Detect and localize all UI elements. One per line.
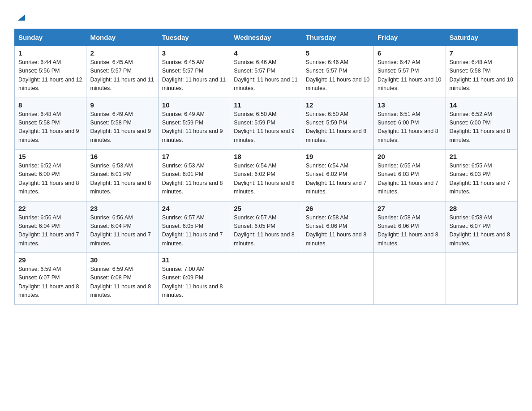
day-info: Sunrise: 6:47 AMSunset: 5:57 PMDaylight:…: [378, 59, 441, 91]
day-info: Sunrise: 6:49 AMSunset: 5:58 PMDaylight:…: [90, 111, 151, 143]
day-info: Sunrise: 6:48 AMSunset: 5:58 PMDaylight:…: [450, 59, 513, 91]
calendar-day-cell: 11 Sunrise: 6:50 AMSunset: 5:59 PMDaylig…: [230, 98, 302, 150]
weekday-header-sunday: Sunday: [15, 29, 86, 46]
calendar-day-cell: 29 Sunrise: 6:59 AMSunset: 6:07 PMDaylig…: [15, 253, 86, 305]
day-info: Sunrise: 6:44 AMSunset: 5:56 PMDaylight:…: [18, 59, 82, 91]
day-info: Sunrise: 6:46 AMSunset: 5:57 PMDaylight:…: [234, 59, 297, 91]
day-number: 6: [378, 49, 442, 57]
page-header: [14, 11, 518, 21]
day-info: Sunrise: 6:54 AMSunset: 6:02 PMDaylight:…: [234, 163, 295, 195]
day-info: Sunrise: 6:56 AMSunset: 6:04 PMDaylight:…: [18, 214, 79, 247]
calendar-day-cell: 7 Sunrise: 6:48 AMSunset: 5:58 PMDayligh…: [446, 46, 517, 98]
day-number: 19: [306, 153, 370, 160]
day-number: 11: [234, 101, 298, 109]
day-info: Sunrise: 6:52 AMSunset: 6:00 PMDaylight:…: [450, 111, 511, 143]
weekday-header-row: SundayMondayTuesdayWednesdayThursdayFrid…: [15, 29, 518, 46]
calendar-day-cell: 2 Sunrise: 6:45 AMSunset: 5:57 PMDayligh…: [86, 46, 158, 98]
calendar-day-cell: 10 Sunrise: 6:49 AMSunset: 5:59 PMDaylig…: [158, 98, 230, 150]
calendar-day-cell: 15 Sunrise: 6:52 AMSunset: 6:00 PMDaylig…: [15, 150, 86, 201]
weekday-header-thursday: Thursday: [302, 29, 373, 46]
day-number: 25: [234, 205, 298, 212]
logo: [14, 11, 28, 21]
day-info: Sunrise: 6:50 AMSunset: 5:59 PMDaylight:…: [306, 111, 367, 143]
weekday-header-monday: Monday: [86, 29, 158, 46]
day-number: 12: [306, 101, 370, 109]
day-info: Sunrise: 6:55 AMSunset: 6:03 PMDaylight:…: [450, 163, 511, 195]
weekday-header-tuesday: Tuesday: [158, 29, 230, 46]
day-number: 14: [450, 101, 514, 109]
day-number: 17: [162, 153, 226, 160]
day-number: 4: [234, 49, 298, 57]
day-number: 20: [378, 153, 442, 160]
day-number: 23: [90, 205, 154, 212]
calendar-day-cell: [446, 253, 517, 305]
calendar-day-cell: 26 Sunrise: 6:58 AMSunset: 6:06 PMDaylig…: [302, 201, 373, 253]
calendar-table: SundayMondayTuesdayWednesdayThursdayFrid…: [14, 29, 518, 305]
day-number: 24: [162, 205, 226, 212]
calendar-day-cell: 19 Sunrise: 6:54 AMSunset: 6:02 PMDaylig…: [302, 150, 373, 201]
calendar-day-cell: 4 Sunrise: 6:46 AMSunset: 5:57 PMDayligh…: [230, 46, 302, 98]
calendar-week-row: 8 Sunrise: 6:48 AMSunset: 5:58 PMDayligh…: [15, 98, 518, 150]
day-number: 8: [18, 101, 82, 109]
calendar-day-cell: 20 Sunrise: 6:55 AMSunset: 6:03 PMDaylig…: [374, 150, 446, 201]
day-number: 7: [450, 49, 514, 57]
weekday-header-friday: Friday: [374, 29, 446, 46]
calendar-day-cell: 13 Sunrise: 6:51 AMSunset: 6:00 PMDaylig…: [374, 98, 446, 150]
day-info: Sunrise: 6:48 AMSunset: 5:58 PMDaylight:…: [18, 111, 79, 143]
calendar-day-cell: 22 Sunrise: 6:56 AMSunset: 6:04 PMDaylig…: [15, 201, 86, 253]
weekday-header-saturday: Saturday: [446, 29, 517, 46]
day-number: 9: [90, 101, 154, 109]
day-info: Sunrise: 6:58 AMSunset: 6:06 PMDaylight:…: [378, 214, 438, 247]
day-info: Sunrise: 7:00 AMSunset: 6:09 PMDaylight:…: [162, 266, 223, 298]
day-info: Sunrise: 6:56 AMSunset: 6:04 PMDaylight:…: [90, 214, 151, 247]
calendar-day-cell: 28 Sunrise: 6:58 AMSunset: 6:07 PMDaylig…: [446, 201, 517, 253]
day-info: Sunrise: 6:54 AMSunset: 6:02 PMDaylight:…: [306, 163, 367, 195]
calendar-week-row: 22 Sunrise: 6:56 AMSunset: 6:04 PMDaylig…: [15, 201, 518, 253]
calendar-day-cell: [374, 253, 446, 305]
calendar-week-row: 1 Sunrise: 6:44 AMSunset: 5:56 PMDayligh…: [15, 46, 518, 98]
calendar-day-cell: 17 Sunrise: 6:53 AMSunset: 6:01 PMDaylig…: [158, 150, 230, 201]
calendar-day-cell: 3 Sunrise: 6:45 AMSunset: 5:57 PMDayligh…: [158, 46, 230, 98]
day-info: Sunrise: 6:53 AMSunset: 6:01 PMDaylight:…: [90, 163, 151, 195]
calendar-day-cell: 18 Sunrise: 6:54 AMSunset: 6:02 PMDaylig…: [230, 150, 302, 201]
weekday-header-wednesday: Wednesday: [230, 29, 302, 46]
day-info: Sunrise: 6:53 AMSunset: 6:01 PMDaylight:…: [162, 163, 223, 195]
calendar-day-cell: 6 Sunrise: 6:47 AMSunset: 5:57 PMDayligh…: [374, 46, 446, 98]
day-number: 28: [450, 205, 514, 212]
day-info: Sunrise: 6:59 AMSunset: 6:07 PMDaylight:…: [18, 266, 79, 298]
day-info: Sunrise: 6:59 AMSunset: 6:08 PMDaylight:…: [90, 266, 151, 298]
day-number: 10: [162, 101, 226, 109]
day-info: Sunrise: 6:50 AMSunset: 5:59 PMDaylight:…: [234, 111, 295, 143]
calendar-day-cell: 14 Sunrise: 6:52 AMSunset: 6:00 PMDaylig…: [446, 98, 517, 150]
day-info: Sunrise: 6:45 AMSunset: 5:57 PMDaylight:…: [162, 59, 226, 91]
calendar-day-cell: 30 Sunrise: 6:59 AMSunset: 6:08 PMDaylig…: [86, 253, 158, 305]
calendar-day-cell: 21 Sunrise: 6:55 AMSunset: 6:03 PMDaylig…: [446, 150, 517, 201]
day-number: 31: [162, 256, 226, 264]
calendar-day-cell: 9 Sunrise: 6:49 AMSunset: 5:58 PMDayligh…: [86, 98, 158, 150]
calendar-day-cell: 8 Sunrise: 6:48 AMSunset: 5:58 PMDayligh…: [15, 98, 86, 150]
day-number: 5: [306, 49, 370, 57]
calendar-day-cell: 24 Sunrise: 6:57 AMSunset: 6:05 PMDaylig…: [158, 201, 230, 253]
day-number: 21: [450, 153, 514, 160]
day-number: 27: [378, 205, 442, 212]
day-number: 26: [306, 205, 370, 212]
day-number: 2: [90, 49, 154, 57]
day-number: 22: [18, 205, 82, 212]
day-info: Sunrise: 6:58 AMSunset: 6:07 PMDaylight:…: [450, 214, 511, 247]
day-info: Sunrise: 6:49 AMSunset: 5:59 PMDaylight:…: [162, 111, 223, 143]
calendar-week-row: 29 Sunrise: 6:59 AMSunset: 6:07 PMDaylig…: [15, 253, 518, 305]
day-number: 18: [234, 153, 298, 160]
day-number: 1: [18, 49, 82, 57]
day-number: 15: [18, 153, 82, 160]
svg-marker-0: [18, 14, 25, 21]
calendar-day-cell: 31 Sunrise: 7:00 AMSunset: 6:09 PMDaylig…: [158, 253, 230, 305]
calendar-day-cell: 5 Sunrise: 6:46 AMSunset: 5:57 PMDayligh…: [302, 46, 373, 98]
calendar-day-cell: 23 Sunrise: 6:56 AMSunset: 6:04 PMDaylig…: [86, 201, 158, 253]
day-number: 3: [162, 49, 226, 57]
calendar-day-cell: 1 Sunrise: 6:44 AMSunset: 5:56 PMDayligh…: [15, 46, 86, 98]
day-number: 13: [378, 101, 442, 109]
calendar-week-row: 15 Sunrise: 6:52 AMSunset: 6:00 PMDaylig…: [15, 150, 518, 201]
day-info: Sunrise: 6:51 AMSunset: 6:00 PMDaylight:…: [378, 111, 438, 143]
calendar-day-cell: 25 Sunrise: 6:57 AMSunset: 6:05 PMDaylig…: [230, 201, 302, 253]
logo-icon: [15, 11, 28, 23]
